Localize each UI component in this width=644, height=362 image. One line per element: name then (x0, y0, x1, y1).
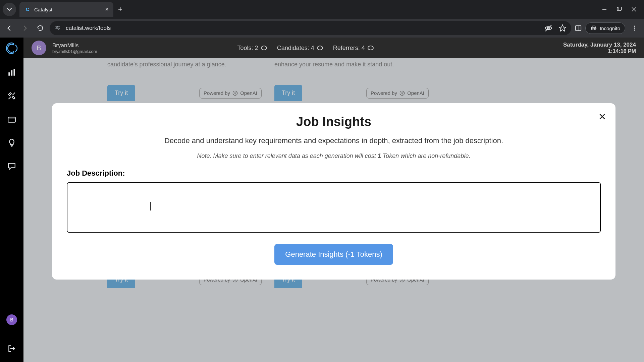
tab-title: Catalyst (34, 7, 102, 12)
svg-rect-18 (13, 69, 15, 76)
svg-point-7 (56, 26, 57, 27)
rail-avatar[interactable]: B (6, 314, 17, 325)
maximize-icon[interactable] (616, 7, 622, 12)
left-rail: B (0, 38, 23, 362)
rail-logout-icon[interactable] (5, 342, 18, 355)
browser-menu-icon[interactable] (629, 25, 641, 32)
site-settings-icon[interactable] (54, 25, 61, 32)
incognito-label: Incognito (600, 25, 620, 31)
modal-title: Job Insights (67, 115, 601, 129)
reload-button[interactable] (34, 22, 46, 34)
incognito-indicator[interactable]: Incognito (585, 22, 625, 34)
minimize-icon[interactable] (602, 7, 607, 12)
svg-rect-19 (8, 117, 15, 122)
new-tab-button[interactable]: + (118, 5, 122, 14)
side-panel-icon[interactable] (575, 24, 582, 32)
app-root: B B BryanMills bry.mills01@gmail.com Too… (0, 38, 644, 362)
rail-avatar-letter: B (10, 317, 13, 322)
window-controls (602, 7, 641, 12)
browser-tab-strip: C Catalyst × + (0, 0, 644, 19)
rail-wallet-icon[interactable] (5, 113, 18, 126)
modal-subtitle: Decode and understand key requirements a… (67, 136, 601, 145)
rail-chat-icon[interactable] (5, 160, 18, 173)
job-insights-modal: ✕ Job Insights Decode and understand key… (52, 103, 615, 280)
svg-rect-2 (618, 7, 622, 10)
content-area: B BryanMills bry.mills01@gmail.com Tools… (23, 38, 644, 362)
forward-button[interactable] (19, 22, 31, 34)
eye-off-icon[interactable] (544, 24, 552, 32)
rail-tools-icon[interactable] (5, 89, 18, 103)
job-description-label: Job Description: (67, 169, 601, 178)
chevron-down-icon (7, 7, 12, 12)
svg-rect-16 (8, 72, 10, 76)
app-logo-icon[interactable] (4, 41, 19, 56)
job-description-textarea[interactable] (67, 182, 601, 233)
url-text: catalist.work/tools (66, 25, 111, 32)
bookmark-star-icon[interactable] (558, 24, 567, 32)
browser-toolbar: catalist.work/tools Incognito (0, 19, 644, 38)
svg-point-13 (634, 26, 635, 27)
svg-point-8 (58, 28, 59, 29)
modal-overlay[interactable]: ✕ Job Insights Decode and understand key… (23, 38, 644, 362)
tab-search-dropdown[interactable] (3, 3, 16, 16)
tab-favicon-icon: C (24, 6, 31, 13)
incognito-icon (590, 25, 597, 32)
modal-note: Note: Make sure to enter relevant data a… (67, 153, 601, 160)
back-button[interactable] (3, 22, 15, 34)
address-bar[interactable]: catalist.work/tools (50, 21, 571, 35)
modal-close-icon[interactable]: ✕ (598, 111, 606, 122)
close-window-icon[interactable] (631, 7, 637, 12)
generate-insights-button[interactable]: Generate Insights (-1 Tokens) (274, 244, 393, 265)
rail-lightbulb-icon[interactable] (5, 136, 18, 149)
svg-rect-17 (11, 70, 12, 76)
close-tab-icon[interactable]: × (105, 6, 109, 13)
text-cursor-icon (150, 202, 151, 210)
modal-note-suffix: Token which are non-refundable. (381, 153, 471, 159)
svg-rect-11 (576, 26, 581, 31)
rail-dashboard-icon[interactable] (5, 66, 18, 79)
svg-point-15 (634, 29, 635, 31)
svg-line-10 (545, 25, 551, 31)
browser-tab[interactable]: C Catalyst × (19, 2, 113, 17)
modal-note-count: 1 (378, 153, 381, 159)
modal-note-prefix: Note: Make sure to enter relevant data a… (197, 153, 378, 159)
svg-point-14 (634, 27, 635, 28)
